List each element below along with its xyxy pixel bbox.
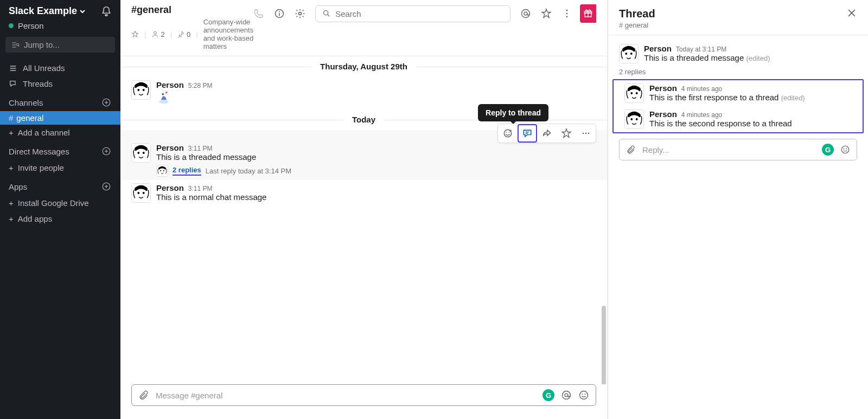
message-row[interactable]: Person 3:11 PM This is a normal chat mes… [120,180,607,206]
hash-icon: # [9,113,13,123]
star-icon[interactable] [131,30,139,38]
sidebar-item-label: Threads [23,79,53,88]
phone-icon[interactable] [253,8,264,19]
channel-item-general[interactable]: # general [0,111,120,125]
svg-point-9 [279,11,280,12]
add-reaction-button[interactable] [498,124,518,143]
emoji-icon[interactable] [578,390,589,401]
sidebar-item-label: All Unreads [23,63,65,73]
current-user-presence[interactable]: Person [0,21,120,37]
workspace-name-label: Slack Example [9,5,77,17]
add-dm-icon[interactable] [101,146,112,157]
divider: | [170,30,172,38]
jump-to-input[interactable]: Jump to... [5,37,115,53]
message-content: This is the first response to a thread (… [649,93,852,102]
dm-header[interactable]: Direct Messages [9,147,69,156]
chevron-down-icon [79,8,86,15]
gift-button[interactable] [580,4,596,23]
search-input[interactable]: Search [315,5,510,22]
divider: | [196,30,197,38]
channel-title[interactable]: #general [131,4,253,16]
install-gdrive-link[interactable]: + Install Google Drive [0,195,120,211]
info-icon[interactable] [274,8,285,19]
add-channel-label: Add a channel [18,128,70,137]
message-content: This is the second response to a thread [649,119,852,128]
message-author[interactable]: Person [156,143,184,152]
sidebar-item-threads[interactable]: Threads [0,76,120,92]
add-channel-link[interactable]: + Add a channel [0,125,120,140]
invite-people-link[interactable]: + Invite people [0,160,120,176]
thread-composer[interactable]: G [619,139,857,160]
channels-header[interactable]: Channels [9,98,43,107]
star-outline-icon[interactable] [541,8,552,19]
avatar[interactable] [131,80,151,100]
avatar [156,165,168,177]
message-author[interactable]: Person [649,83,677,93]
message-content: This is a normal chat message [156,192,596,202]
svg-point-11 [324,11,328,15]
svg-point-26 [588,133,590,134]
avatar[interactable] [624,109,644,129]
apps-header[interactable]: Apps [9,182,27,191]
bell-icon[interactable] [101,6,112,17]
message-author[interactable]: Person [156,80,184,89]
sidebar-item-all-unreads[interactable]: All Unreads [0,60,120,76]
avatar[interactable] [131,183,151,203]
message-author[interactable]: Person [156,183,184,192]
grammarly-icon[interactable]: G [542,389,554,401]
close-icon[interactable] [846,8,857,18]
thread-reply-link[interactable]: 2 replies [173,166,201,176]
add-channel-icon[interactable] [101,97,112,108]
more-vert-icon[interactable] [561,8,572,19]
thread-reply-input[interactable] [642,145,815,154]
share-button[interactable] [537,124,557,143]
add-apps-link[interactable]: + Add apps [0,211,120,227]
at-mention-icon[interactable] [561,390,572,401]
invite-people-label: Invite people [18,163,64,172]
message-author[interactable]: Person [649,109,677,119]
mentions-icon[interactable] [520,8,531,19]
scrollbar-thumb[interactable] [602,306,606,384]
jump-icon [11,41,20,49]
edited-label: (edited) [781,94,805,102]
svg-point-7 [154,31,157,34]
members-icon[interactable]: 2 [151,30,164,38]
avatar[interactable] [619,44,639,63]
message-time: 3:11 PM [188,145,213,152]
message-author[interactable]: Person [644,44,672,53]
thread-parent-message[interactable]: Person Today at 3:11 PM This is a thread… [608,41,868,67]
attachment-icon[interactable] [138,390,149,401]
message-time: 4 minutes ago [681,111,722,119]
avatar[interactable] [131,143,151,163]
attachment-icon[interactable] [626,145,636,154]
message-list[interactable]: Thursday, August 29th Person 5:28 PM Tod… [120,56,607,384]
search-icon [322,9,331,18]
message-composer[interactable]: G [131,384,596,406]
reply-thread-button[interactable] [518,124,537,143]
avatar[interactable] [624,83,644,103]
plus-icon: + [9,214,14,223]
workspace-switcher[interactable]: Slack Example [9,5,86,17]
emoji-icon[interactable] [840,145,850,154]
message-time: 3:11 PM [188,185,213,192]
svg-point-28 [565,394,568,397]
thread-reply[interactable]: Person 4 minutes ago This is the second … [614,106,863,132]
add-app-icon[interactable] [101,181,112,192]
thread-subtitle[interactable]: # general [619,21,655,29]
search-placeholder: Search [335,9,361,18]
thread-summary[interactable]: 2 replies Last reply today at 3:14 PM [156,165,596,177]
pins-icon[interactable]: 0 [177,30,190,38]
thread-reply[interactable]: Person 4 minutes ago This is the first r… [614,80,863,106]
message-row[interactable]: Reply to thread Person 3:11 PM This is a… [120,130,607,180]
add-apps-label: Add apps [18,214,52,223]
jump-to-placeholder: Jump to... [24,40,60,49]
more-actions-button[interactable] [576,124,596,143]
message-time: Today at 3:11 PM [676,46,726,53]
grammarly-icon[interactable]: G [822,144,834,156]
channel-topic[interactable]: Company-wide announcements and work-base… [203,18,254,50]
thread-replies-highlight: Person 4 minutes ago This is the first r… [612,79,864,133]
install-gdrive-label: Install Google Drive [18,198,89,208]
gear-icon[interactable] [295,8,305,19]
message-input[interactable] [156,391,536,400]
save-button[interactable] [557,124,576,143]
